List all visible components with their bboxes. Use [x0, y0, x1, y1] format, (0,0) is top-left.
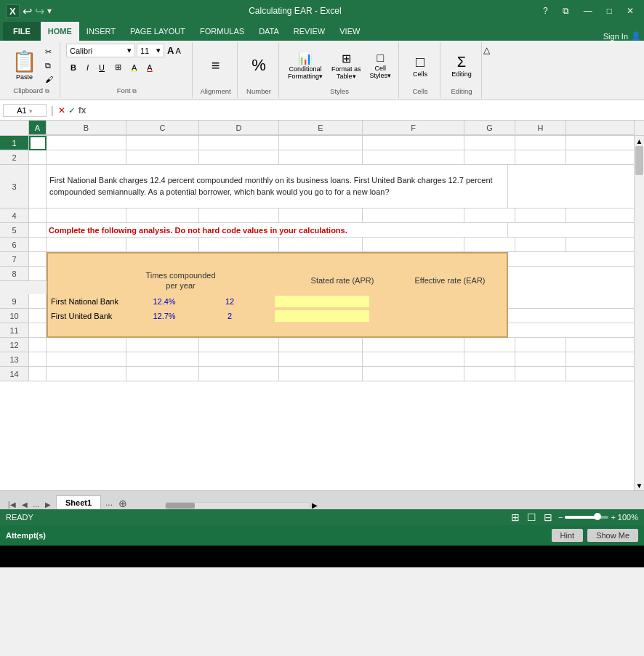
next-sheet-btn[interactable]: ▶	[43, 500, 53, 509]
underline-btn[interactable]: U	[94, 61, 109, 74]
undo-btn[interactable]: ↩	[23, 4, 32, 18]
sheet-tab-sheet1[interactable]: Sheet1	[56, 495, 101, 509]
cell-b12[interactable]	[47, 338, 126, 352]
cell-d2[interactable]	[199, 150, 279, 165]
col-header-h[interactable]: H	[515, 121, 566, 135]
tab-data[interactable]: DATA	[251, 22, 286, 41]
fill-color-btn[interactable]: A	[127, 61, 141, 74]
font-shrink-btn[interactable]: A	[175, 46, 180, 55]
prev-sheet-btn[interactable]: ◀	[20, 500, 30, 509]
col-header-c[interactable]: C	[126, 121, 199, 135]
close-btn[interactable]: ✕	[622, 4, 638, 17]
cell-a7[interactable]	[29, 252, 47, 267]
tab-view[interactable]: VIEW	[332, 22, 367, 41]
cell-g14[interactable]	[464, 367, 515, 381]
cells-btn[interactable]: □ Cells	[410, 52, 430, 80]
row-header-7[interactable]: 7	[0, 252, 29, 267]
bold-btn[interactable]: B	[66, 61, 81, 74]
insert-function-btn[interactable]: fx	[79, 105, 86, 116]
cell-e1[interactable]	[279, 136, 363, 150]
row-header-13[interactable]: 13	[0, 352, 29, 367]
cell-g4[interactable]	[464, 208, 515, 223]
cell-f12[interactable]	[363, 338, 464, 352]
tab-page-layout[interactable]: PAGE LAYOUT	[123, 22, 193, 41]
horizontal-scrollbar[interactable]	[165, 502, 310, 509]
cell-a5[interactable]	[29, 223, 47, 238]
cell-c1[interactable]	[126, 136, 199, 150]
row-header-8[interactable]: 8	[0, 267, 29, 281]
scroll-track[interactable]	[635, 146, 644, 480]
alignment-btn[interactable]: ≡	[206, 55, 226, 76]
row-header-2[interactable]: 2	[0, 150, 29, 165]
cell-c14[interactable]	[126, 367, 199, 381]
cell-d13[interactable]	[199, 352, 279, 367]
cell-g13[interactable]	[464, 352, 515, 367]
cell-a12[interactable]	[29, 338, 47, 352]
normal-view-btn[interactable]: ⊞	[510, 511, 521, 523]
redo-btn[interactable]: ↪	[35, 4, 44, 18]
minimize-btn[interactable]: —	[579, 4, 597, 17]
maximize-btn[interactable]: □	[603, 4, 616, 17]
cell-c4[interactable]	[126, 208, 199, 223]
cell-d1[interactable]	[199, 136, 279, 150]
cell-e6[interactable]	[279, 238, 363, 252]
cell-f14[interactable]	[363, 367, 464, 381]
font-name-dropdown[interactable]: Calibri ▾	[66, 44, 135, 57]
cell-d12[interactable]	[199, 338, 279, 352]
cell-h12[interactable]	[515, 338, 566, 352]
cell-a9[interactable]	[29, 294, 47, 309]
cell-a13[interactable]	[29, 352, 47, 367]
cell-c13[interactable]	[126, 352, 199, 367]
zoom-knob[interactable]	[594, 513, 601, 520]
cell-b5[interactable]: Complete the following analysis. Do not …	[47, 223, 508, 238]
show-me-btn[interactable]: Show Me	[587, 529, 638, 542]
cell-a1[interactable]	[29, 136, 47, 150]
italic-btn[interactable]: I	[82, 61, 93, 74]
zoom-plus-btn[interactable]: +	[611, 513, 615, 522]
cell-h13[interactable]	[515, 352, 566, 367]
format-as-table-btn[interactable]: ⊞ Format asTable▾	[329, 49, 364, 82]
cell-b4[interactable]	[47, 208, 126, 223]
page-break-btn[interactable]: ⊟	[542, 511, 554, 523]
cell-c6[interactable]	[126, 238, 199, 252]
cell-a10[interactable]	[29, 309, 47, 323]
cell-g1[interactable]	[464, 136, 515, 150]
cell-b14[interactable]	[47, 367, 126, 381]
clipboard-expand-btn[interactable]: ⧉	[45, 88, 49, 94]
restore-btn[interactable]: ⧉	[558, 4, 573, 17]
tab-review[interactable]: REVIEW	[286, 22, 332, 41]
cell-a6[interactable]	[29, 238, 47, 252]
cell-g6[interactable]	[464, 238, 515, 252]
cell-f13[interactable]	[363, 352, 464, 367]
cancel-formula-btn[interactable]: ✕	[58, 105, 65, 116]
col-header-b[interactable]: B	[47, 121, 126, 135]
cell-e12[interactable]	[279, 338, 363, 352]
cell-h14[interactable]	[515, 367, 566, 381]
paste-btn[interactable]: 📋 Paste	[7, 44, 41, 86]
row-header-12[interactable]: 12	[0, 338, 29, 352]
ribbon-collapse-btn[interactable]: △	[483, 42, 490, 98]
cell-b13[interactable]	[47, 352, 126, 367]
scroll-up-btn[interactable]: ▲	[635, 136, 644, 146]
editing-btn[interactable]: Σ Editing	[448, 52, 475, 80]
cell-h2[interactable]	[515, 150, 566, 165]
col-header-g[interactable]: G	[464, 121, 515, 135]
row-header-10[interactable]: 10	[0, 309, 29, 323]
row-header-3[interactable]: 3	[0, 165, 29, 208]
number-btn[interactable]: %	[249, 54, 269, 77]
h-scroll-right-btn[interactable]: ▶	[312, 501, 318, 509]
formula-input[interactable]	[89, 104, 641, 117]
font-expand-btn[interactable]: ⧉	[132, 88, 137, 94]
row-header-9[interactable]: 9	[0, 294, 29, 309]
cell-e4[interactable]	[279, 208, 363, 223]
col-header-d[interactable]: D	[199, 121, 279, 135]
col-header-e[interactable]: E	[279, 121, 363, 135]
vertical-scrollbar[interactable]: ▲ ▼	[634, 136, 644, 490]
cell-h1[interactable]	[515, 136, 566, 150]
cell-g12[interactable]	[464, 338, 515, 352]
cell-b2[interactable]	[47, 150, 126, 165]
cell-h4[interactable]	[515, 208, 566, 223]
border-btn[interactable]: ⊞	[110, 60, 126, 74]
cell-d14[interactable]	[199, 367, 279, 381]
cut-btn[interactable]: ✂	[43, 46, 55, 58]
